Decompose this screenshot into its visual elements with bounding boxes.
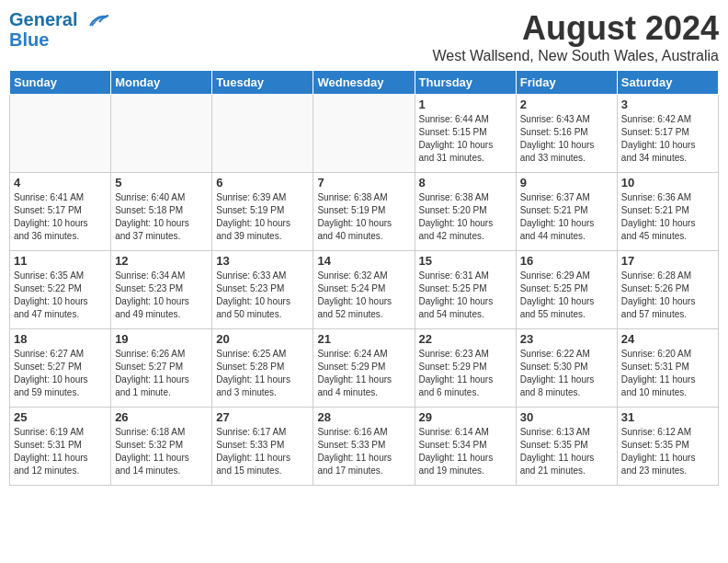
day-info: Sunrise: 6:36 AMSunset: 5:21 PMDaylight:… bbox=[621, 191, 714, 243]
calendar-header-tuesday: Tuesday bbox=[212, 71, 313, 95]
calendar-cell: 7Sunrise: 6:38 AMSunset: 5:19 PMDaylight… bbox=[313, 173, 415, 251]
day-number: 25 bbox=[14, 410, 107, 424]
day-info: Sunrise: 6:37 AMSunset: 5:21 PMDaylight:… bbox=[520, 191, 613, 243]
day-number: 30 bbox=[520, 410, 613, 424]
day-info: Sunrise: 6:38 AMSunset: 5:20 PMDaylight:… bbox=[419, 191, 512, 243]
calendar-cell: 1Sunrise: 6:44 AMSunset: 5:15 PMDaylight… bbox=[415, 95, 516, 173]
calendar-header-row: SundayMondayTuesdayWednesdayThursdayFrid… bbox=[10, 71, 719, 95]
page-title: August 2024 bbox=[432, 9, 719, 48]
calendar-table: SundayMondayTuesdayWednesdayThursdayFrid… bbox=[9, 70, 719, 486]
day-info: Sunrise: 6:20 AMSunset: 5:31 PMDaylight:… bbox=[621, 348, 714, 399]
day-info: Sunrise: 6:43 AMSunset: 5:16 PMDaylight:… bbox=[520, 113, 613, 165]
calendar-cell: 30Sunrise: 6:13 AMSunset: 5:35 PMDayligh… bbox=[516, 408, 617, 486]
calendar-cell: 2Sunrise: 6:43 AMSunset: 5:16 PMDaylight… bbox=[516, 95, 617, 173]
calendar-cell: 27Sunrise: 6:17 AMSunset: 5:33 PMDayligh… bbox=[212, 408, 313, 486]
day-info: Sunrise: 6:12 AMSunset: 5:35 PMDaylight:… bbox=[621, 426, 714, 477]
day-info: Sunrise: 6:44 AMSunset: 5:15 PMDaylight:… bbox=[419, 113, 512, 165]
day-number: 20 bbox=[216, 332, 309, 346]
calendar-cell: 5Sunrise: 6:40 AMSunset: 5:18 PMDaylight… bbox=[111, 173, 212, 251]
page-subtitle: West Wallsend, New South Wales, Australi… bbox=[432, 48, 719, 64]
day-info: Sunrise: 6:29 AMSunset: 5:25 PMDaylight:… bbox=[520, 270, 613, 321]
day-number: 10 bbox=[621, 176, 714, 190]
calendar-week-row-1: 1Sunrise: 6:44 AMSunset: 5:15 PMDaylight… bbox=[10, 95, 719, 173]
day-info: Sunrise: 6:26 AMSunset: 5:27 PMDaylight:… bbox=[115, 348, 208, 399]
day-info: Sunrise: 6:27 AMSunset: 5:27 PMDaylight:… bbox=[14, 348, 107, 399]
calendar-cell: 9Sunrise: 6:37 AMSunset: 5:21 PMDaylight… bbox=[516, 173, 617, 251]
calendar-cell: 17Sunrise: 6:28 AMSunset: 5:26 PMDayligh… bbox=[617, 251, 718, 329]
day-number: 11 bbox=[14, 254, 107, 268]
day-number: 7 bbox=[317, 176, 410, 190]
calendar-header-monday: Monday bbox=[111, 71, 212, 95]
calendar-cell: 23Sunrise: 6:22 AMSunset: 5:30 PMDayligh… bbox=[516, 329, 617, 408]
day-number: 16 bbox=[520, 254, 613, 268]
calendar-week-row-2: 4Sunrise: 6:41 AMSunset: 5:17 PMDaylight… bbox=[10, 173, 719, 251]
day-number: 3 bbox=[621, 98, 714, 111]
calendar-cell bbox=[10, 95, 111, 173]
day-info: Sunrise: 6:42 AMSunset: 5:17 PMDaylight:… bbox=[621, 113, 714, 165]
calendar-cell: 12Sunrise: 6:34 AMSunset: 5:23 PMDayligh… bbox=[111, 251, 212, 329]
day-info: Sunrise: 6:16 AMSunset: 5:33 PMDaylight:… bbox=[317, 426, 410, 477]
day-number: 8 bbox=[419, 176, 512, 190]
day-info: Sunrise: 6:33 AMSunset: 5:23 PMDaylight:… bbox=[216, 270, 309, 321]
calendar-cell: 25Sunrise: 6:19 AMSunset: 5:31 PMDayligh… bbox=[10, 408, 111, 486]
day-info: Sunrise: 6:25 AMSunset: 5:28 PMDaylight:… bbox=[216, 348, 309, 399]
day-number: 21 bbox=[317, 332, 410, 346]
day-info: Sunrise: 6:40 AMSunset: 5:18 PMDaylight:… bbox=[115, 191, 208, 243]
day-number: 15 bbox=[419, 254, 512, 268]
day-number: 27 bbox=[216, 410, 309, 424]
calendar-cell: 31Sunrise: 6:12 AMSunset: 5:35 PMDayligh… bbox=[617, 408, 718, 486]
day-number: 1 bbox=[419, 98, 512, 111]
day-number: 22 bbox=[419, 332, 512, 346]
calendar-cell bbox=[212, 95, 313, 173]
calendar-cell: 8Sunrise: 6:38 AMSunset: 5:20 PMDaylight… bbox=[415, 173, 516, 251]
day-info: Sunrise: 6:13 AMSunset: 5:35 PMDaylight:… bbox=[520, 426, 613, 477]
calendar-cell: 3Sunrise: 6:42 AMSunset: 5:17 PMDaylight… bbox=[617, 95, 718, 173]
day-number: 19 bbox=[115, 332, 208, 346]
day-info: Sunrise: 6:31 AMSunset: 5:25 PMDaylight:… bbox=[419, 270, 512, 321]
calendar-week-row-5: 25Sunrise: 6:19 AMSunset: 5:31 PMDayligh… bbox=[10, 408, 719, 486]
day-info: Sunrise: 6:22 AMSunset: 5:30 PMDaylight:… bbox=[520, 348, 613, 399]
day-info: Sunrise: 6:19 AMSunset: 5:31 PMDaylight:… bbox=[14, 426, 107, 477]
day-number: 4 bbox=[14, 176, 107, 190]
calendar-cell: 15Sunrise: 6:31 AMSunset: 5:25 PMDayligh… bbox=[415, 251, 516, 329]
day-number: 6 bbox=[216, 176, 309, 190]
day-info: Sunrise: 6:14 AMSunset: 5:34 PMDaylight:… bbox=[419, 426, 512, 477]
day-number: 5 bbox=[115, 176, 208, 190]
calendar-header-wednesday: Wednesday bbox=[313, 71, 415, 95]
calendar-cell: 29Sunrise: 6:14 AMSunset: 5:34 PMDayligh… bbox=[415, 408, 516, 486]
calendar-cell: 14Sunrise: 6:32 AMSunset: 5:24 PMDayligh… bbox=[313, 251, 415, 329]
day-number: 2 bbox=[520, 98, 613, 111]
calendar-cell: 6Sunrise: 6:39 AMSunset: 5:19 PMDaylight… bbox=[212, 173, 313, 251]
calendar-header-sunday: Sunday bbox=[10, 71, 111, 95]
day-number: 29 bbox=[419, 410, 512, 424]
calendar-cell: 10Sunrise: 6:36 AMSunset: 5:21 PMDayligh… bbox=[617, 173, 718, 251]
calendar-cell: 22Sunrise: 6:23 AMSunset: 5:29 PMDayligh… bbox=[415, 329, 516, 408]
calendar-cell: 16Sunrise: 6:29 AMSunset: 5:25 PMDayligh… bbox=[516, 251, 617, 329]
logo: General Blue bbox=[9, 9, 108, 50]
day-info: Sunrise: 6:41 AMSunset: 5:17 PMDaylight:… bbox=[14, 191, 107, 243]
calendar-cell: 24Sunrise: 6:20 AMSunset: 5:31 PMDayligh… bbox=[617, 329, 718, 408]
day-info: Sunrise: 6:24 AMSunset: 5:29 PMDaylight:… bbox=[317, 348, 410, 399]
logo-general: General bbox=[9, 9, 77, 29]
day-number: 28 bbox=[317, 410, 410, 424]
calendar-header-friday: Friday bbox=[516, 71, 617, 95]
logo-bird-icon bbox=[83, 13, 108, 29]
day-number: 17 bbox=[621, 254, 714, 268]
calendar-cell: 18Sunrise: 6:27 AMSunset: 5:27 PMDayligh… bbox=[10, 329, 111, 408]
calendar-cell: 28Sunrise: 6:16 AMSunset: 5:33 PMDayligh… bbox=[313, 408, 415, 486]
day-info: Sunrise: 6:23 AMSunset: 5:29 PMDaylight:… bbox=[419, 348, 512, 399]
day-number: 23 bbox=[520, 332, 613, 346]
day-number: 9 bbox=[520, 176, 613, 190]
day-info: Sunrise: 6:39 AMSunset: 5:19 PMDaylight:… bbox=[216, 191, 309, 243]
calendar-cell: 4Sunrise: 6:41 AMSunset: 5:17 PMDaylight… bbox=[10, 173, 111, 251]
calendar-week-row-4: 18Sunrise: 6:27 AMSunset: 5:27 PMDayligh… bbox=[10, 329, 719, 408]
day-number: 31 bbox=[621, 410, 714, 424]
logo-blue: Blue bbox=[9, 29, 108, 50]
day-info: Sunrise: 6:38 AMSunset: 5:19 PMDaylight:… bbox=[317, 191, 410, 243]
calendar-cell: 20Sunrise: 6:25 AMSunset: 5:28 PMDayligh… bbox=[212, 329, 313, 408]
calendar-cell bbox=[313, 95, 415, 173]
day-number: 13 bbox=[216, 254, 309, 268]
day-info: Sunrise: 6:18 AMSunset: 5:32 PMDaylight:… bbox=[115, 426, 208, 477]
day-number: 26 bbox=[115, 410, 208, 424]
day-number: 14 bbox=[317, 254, 410, 268]
